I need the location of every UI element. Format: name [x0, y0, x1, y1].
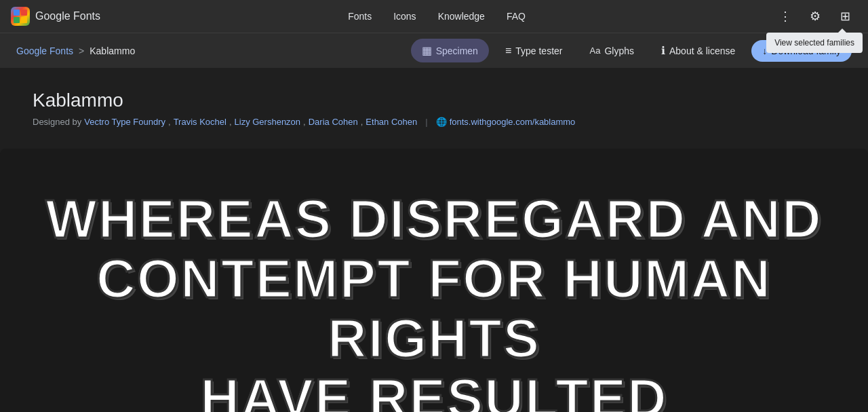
font-name: Kablammo [33, 90, 835, 111]
designer-ethan[interactable]: Ethan Cohen [366, 117, 417, 127]
designer-vectro[interactable]: Vectro Type Foundry [84, 117, 165, 127]
designer-daria[interactable]: Daria Cohen [309, 117, 358, 127]
meta-divider: | [425, 117, 427, 127]
grid-button[interactable]: ⊞ [833, 4, 857, 29]
specimen-icon: ▦ [422, 44, 432, 57]
settings-button[interactable]: ⚙ [803, 4, 827, 29]
main-content: Kablammo Designed by Vectro Type Foundry… [0, 68, 868, 412]
glyphs-icon: Aa [590, 45, 601, 56]
globe-icon: 🌐 [436, 117, 447, 127]
breadcrumb: Google Fonts > Kablammo [16, 45, 135, 56]
preview-text-line2: HAVE RESULTED [33, 369, 835, 412]
font-website-link[interactable]: fonts.withgoogle.com/kablammo [450, 117, 576, 127]
logo[interactable]: Google Fonts [11, 7, 100, 26]
nav-fonts[interactable]: Fonts [348, 11, 372, 22]
sub-navigation: Google Fonts > Kablammo ▦ Specimen ≡ Typ… [0, 33, 868, 68]
nav-center: Fonts Icons Knowledge FAQ [348, 11, 526, 22]
tab-type-tester[interactable]: ≡ Type tester [494, 39, 574, 62]
breadcrumb-current: Kablammo [90, 45, 135, 56]
designer-lizy[interactable]: Lizy Gershenzon [235, 117, 301, 127]
svg-rect-1 [21, 10, 27, 16]
font-meta: Designed by Vectro Type Foundry, Travis … [33, 117, 835, 127]
logo-icon [11, 7, 30, 26]
nav-right: ⋮ ⚙ ⊞ [773, 4, 857, 29]
breadcrumb-parent[interactable]: Google Fonts [16, 45, 73, 56]
settings-icon: ⚙ [810, 9, 821, 24]
logo-text: Google Fonts [35, 10, 100, 22]
svg-rect-2 [14, 17, 20, 23]
tab-specimen[interactable]: ▦ Specimen [411, 39, 489, 62]
view-selected-families-tooltip: View selected families [766, 33, 863, 53]
grid-icon: ⊞ [840, 9, 850, 24]
preview-text-container: WHEREAS DISREGARD AND CONTEMPT FOR HUMAN… [33, 189, 835, 412]
nav-left: Google Fonts [11, 7, 100, 26]
nav-knowledge[interactable]: Knowledge [438, 11, 485, 22]
nav-icons[interactable]: Icons [393, 11, 416, 22]
svg-rect-0 [14, 10, 20, 16]
more-vert-icon: ⋮ [779, 9, 791, 24]
nav-faq[interactable]: FAQ [507, 11, 526, 22]
tab-about-license[interactable]: ℹ About & license [650, 39, 746, 62]
designer-travis[interactable]: Travis Kochel [174, 117, 226, 127]
font-preview-area: WHEREAS DISREGARD AND CONTEMPT FOR HUMAN… [0, 149, 868, 412]
top-navigation: Google Fonts Fonts Icons Knowledge FAQ ⋮… [0, 0, 868, 33]
designed-by-label: Designed by [33, 117, 81, 127]
about-icon: ℹ [661, 44, 665, 57]
tab-glyphs[interactable]: Aa Glyphs [579, 40, 645, 62]
svg-rect-3 [21, 17, 27, 23]
more-options-button[interactable]: ⋮ [773, 4, 797, 29]
breadcrumb-separator: > [79, 45, 84, 56]
type-tester-icon: ≡ [505, 45, 511, 57]
preview-text-line1: WHEREAS DISREGARD AND CONTEMPT FOR HUMAN… [33, 189, 835, 369]
